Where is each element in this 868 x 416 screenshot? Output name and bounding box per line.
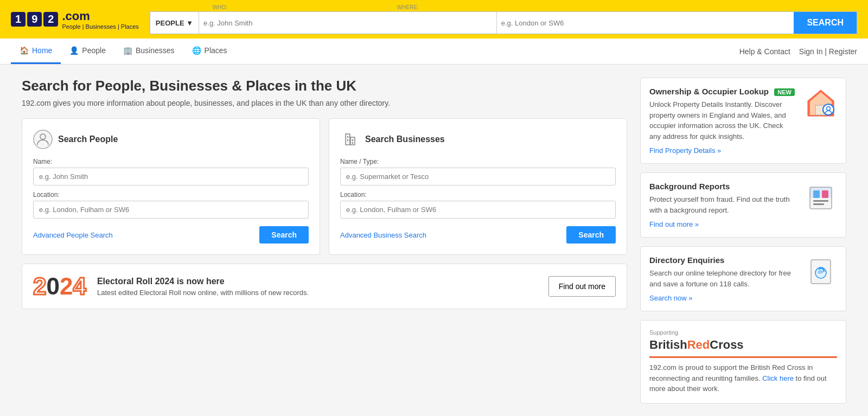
ownership-link[interactable]: Find Property Details » — [649, 146, 721, 155]
brc-logo: BritishRedCross — [649, 338, 837, 358]
directory-icon — [805, 255, 837, 288]
people-location-input[interactable] — [33, 201, 309, 219]
directory-link[interactable]: Search now » — [649, 294, 693, 302]
advanced-business-search-link[interactable]: Advanced Business Search — [340, 231, 426, 239]
where-label: WHERE: — [397, 4, 419, 10]
navigation: 🏠 Home 👤 People 🏢 Businesses 🌐 Places He… — [0, 39, 868, 65]
business-card-header: Search Businesses — [340, 130, 616, 149]
business-name-input[interactable] — [340, 168, 616, 185]
ownership-icon — [805, 87, 837, 119]
ownership-content: Ownership & Occupier Lookup NEW Unlock P… — [649, 87, 796, 155]
search-where-input[interactable] — [497, 12, 794, 34]
search-cards: Search People Name: Location: Advanced P… — [22, 118, 627, 255]
people-location-label: Location: — [33, 191, 309, 199]
background-title: Background Reports — [649, 182, 796, 191]
sidebar: Ownership & Occupier Lookup NEW Unlock P… — [640, 78, 846, 404]
ownership-section: Ownership & Occupier Lookup NEW Unlock P… — [640, 78, 846, 164]
nav-item-people[interactable]: 👤 People — [61, 39, 114, 64]
business-search-button[interactable]: Search — [566, 226, 616, 244]
people-search-card: Search People Name: Location: Advanced P… — [22, 118, 320, 255]
people-name-input[interactable] — [33, 168, 309, 185]
brc-british-text: British — [649, 338, 687, 351]
nav-right: Help & Contact Sign In | Register — [739, 47, 857, 56]
register-link[interactable]: Register — [829, 47, 857, 56]
ownership-description: Unlock Property Details Instantly. Disco… — [649, 99, 796, 142]
logo-num-1: 1 — [11, 12, 25, 27]
brc-supporting-label: Supporting — [649, 329, 837, 336]
background-icon — [805, 182, 837, 214]
nav-item-home[interactable]: 🏠 Home — [11, 39, 61, 64]
places-icon: 🌐 — [192, 46, 201, 55]
businesses-icon: 🏢 — [123, 46, 132, 55]
electoral-year-logo: 2 0 2 4 — [33, 273, 86, 300]
directory-content: Directory Enquiries Search our online te… — [649, 255, 796, 302]
search-button[interactable]: SEARCH — [794, 12, 857, 34]
brc-description: 192.com is proud to support the British … — [649, 362, 837, 394]
people-location-group: Location: — [33, 191, 309, 219]
nav-left: 🏠 Home 👤 People 🏢 Businesses 🌐 Places — [11, 39, 739, 64]
directory-title: Directory Enquiries — [649, 255, 796, 265]
logo-numbers: 1 9 2 — [11, 12, 58, 27]
business-location-label: Location: — [340, 191, 616, 199]
search-type-button[interactable]: PEOPLE ▼ — [150, 12, 199, 34]
background-content: Background Reports Protect yourself from… — [649, 182, 796, 228]
people-card-icon — [33, 130, 53, 149]
svg-rect-17 — [822, 190, 828, 198]
background-description: Protect yourself from fraud. Find out th… — [649, 194, 796, 215]
svg-rect-4 — [347, 136, 348, 138]
background-link[interactable]: Find out more » — [649, 220, 699, 228]
directory-description: Search our online telephone directory fo… — [649, 268, 796, 289]
svg-rect-19 — [813, 200, 828, 202]
nav-item-businesses[interactable]: 🏢 Businesses — [114, 39, 183, 64]
business-location-group: Location: — [340, 191, 616, 219]
header: 1 9 2 .com People | Businesses | Places … — [0, 0, 868, 39]
brc-section: Supporting BritishRedCross 192.com is pr… — [640, 320, 846, 404]
logo-num-2: 9 — [27, 12, 42, 27]
main-left: Search for People, Businesses & Places i… — [22, 78, 627, 404]
electoral-description: Latest edited Electoral Roll now online,… — [97, 289, 538, 297]
business-card-title: Search Businesses — [365, 135, 445, 144]
people-card-footer: Advanced People Search Search — [33, 226, 309, 244]
brc-click-here-link[interactable]: Click here — [762, 374, 794, 382]
electoral-text: Electoral Roll 2024 is now here Latest e… — [97, 277, 538, 297]
search-who-input[interactable] — [199, 12, 496, 34]
business-card-footer: Advanced Business Search Search — [340, 226, 616, 244]
page-title: Search for People, Businesses & Places i… — [22, 78, 627, 94]
new-badge: NEW — [774, 88, 795, 96]
nav-separator: Sign In | Register — [799, 47, 857, 56]
people-search-button[interactable]: Search — [259, 226, 309, 244]
help-contact-link[interactable]: Help & Contact — [739, 47, 790, 56]
svg-rect-7 — [349, 139, 350, 141]
brc-cross-text: Cross — [710, 338, 743, 351]
people-card-header: Search People — [33, 130, 309, 149]
logo-com: .com — [62, 9, 138, 23]
advanced-people-search-link[interactable]: Advanced People Search — [33, 231, 113, 239]
svg-rect-6 — [347, 139, 348, 141]
nav-item-places[interactable]: 🌐 Places — [183, 39, 236, 64]
business-location-input[interactable] — [340, 201, 616, 219]
business-name-group: Name / Type: — [340, 158, 616, 185]
signin-link[interactable]: Sign In — [799, 47, 823, 56]
svg-point-13 — [823, 104, 834, 115]
home-icon: 🏠 — [20, 46, 29, 55]
svg-rect-8 — [352, 139, 353, 141]
electoral-find-out-more-button[interactable]: Find out more — [548, 276, 616, 297]
people-card-title: Search People — [58, 135, 118, 144]
directory-section: Directory Enquiries Search our online te… — [640, 246, 846, 311]
logo-sub: People | Businesses | Places — [62, 23, 138, 30]
people-icon: 👤 — [69, 46, 79, 55]
business-search-card: Search Businesses Name / Type: Location:… — [329, 118, 627, 255]
logo-num-3: 2 — [43, 12, 58, 27]
business-card-icon — [340, 130, 360, 149]
svg-rect-20 — [813, 203, 824, 205]
logo: 1 9 2 .com People | Businesses | Places — [11, 9, 139, 30]
electoral-banner: 2 0 2 4 Electoral Roll 2024 is now here … — [22, 264, 627, 309]
svg-rect-16 — [813, 190, 820, 198]
business-name-label: Name / Type: — [340, 158, 616, 165]
people-name-label: Name: — [33, 158, 309, 165]
svg-rect-5 — [349, 136, 350, 138]
brc-red-text: Red — [687, 338, 710, 351]
people-name-group: Name: — [33, 158, 309, 185]
main-content: Search for People, Businesses & Places i… — [11, 65, 857, 416]
ownership-title: Ownership & Occupier Lookup NEW — [649, 87, 796, 96]
